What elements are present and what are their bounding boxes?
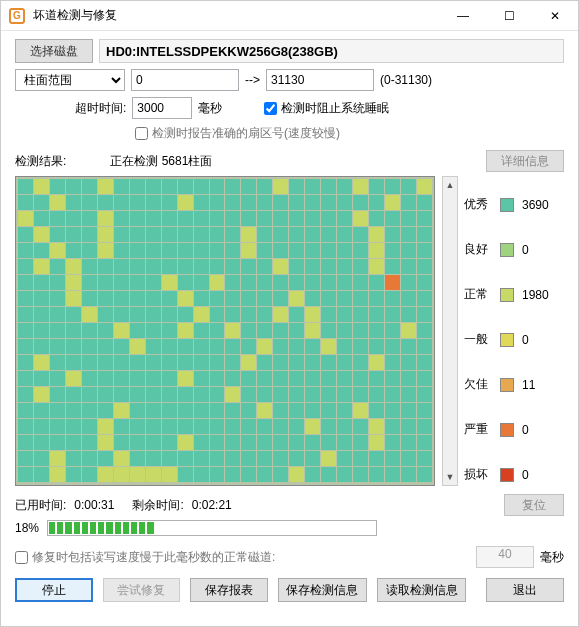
grid-cell xyxy=(417,291,432,306)
grid-cell xyxy=(82,403,97,418)
grid-cell xyxy=(417,435,432,450)
grid-cell xyxy=(162,259,177,274)
grid-cell xyxy=(34,211,49,226)
grid-cell xyxy=(369,195,384,210)
sleep-checkbox[interactable] xyxy=(264,102,277,115)
stop-button[interactable]: 停止 xyxy=(15,578,93,602)
legend-swatch xyxy=(500,288,514,302)
grid-cell xyxy=(385,403,400,418)
grid-cell xyxy=(162,355,177,370)
grid-cell xyxy=(210,371,225,386)
load-info-button[interactable]: 读取检测信息 xyxy=(377,578,466,602)
grid-cell xyxy=(34,467,49,482)
grid-cell xyxy=(353,195,368,210)
grid-cell xyxy=(401,323,416,338)
range-mode-select[interactable]: 柱面范围 xyxy=(15,69,125,91)
grid-cell xyxy=(178,227,193,242)
grid-cell xyxy=(241,179,256,194)
reset-button[interactable]: 复位 xyxy=(504,494,564,516)
grid-cell xyxy=(210,211,225,226)
maximize-button[interactable]: ☐ xyxy=(486,1,532,31)
grid-cell xyxy=(225,275,240,290)
grid-cell xyxy=(385,387,400,402)
minimize-button[interactable]: — xyxy=(440,1,486,31)
grid-cell xyxy=(114,403,129,418)
grid-cell xyxy=(241,339,256,354)
grid-cell xyxy=(114,291,129,306)
grid-cell xyxy=(257,387,272,402)
grid-cell xyxy=(321,355,336,370)
grid-cell xyxy=(401,451,416,466)
grid-cell xyxy=(257,323,272,338)
grid-cell xyxy=(130,275,145,290)
grid-cell xyxy=(178,355,193,370)
grid-cell xyxy=(162,339,177,354)
grid-cell xyxy=(82,291,97,306)
grid-cell xyxy=(305,467,320,482)
grid-cell xyxy=(34,227,49,242)
grid-cell xyxy=(321,211,336,226)
repair-checkbox-row[interactable]: 修复时包括读写速度慢于此毫秒数的正常磁道: xyxy=(15,549,275,566)
accurate-checkbox[interactable] xyxy=(135,127,148,140)
grid-cell xyxy=(369,387,384,402)
grid-cell xyxy=(385,323,400,338)
try-repair-button[interactable]: 尝试修复 xyxy=(103,578,181,602)
grid-cell xyxy=(257,451,272,466)
save-info-button[interactable]: 保存检测信息 xyxy=(278,578,367,602)
grid-cell xyxy=(401,419,416,434)
grid-cell xyxy=(337,467,352,482)
grid-cell xyxy=(385,371,400,386)
grid-cell xyxy=(305,195,320,210)
grid-cell xyxy=(289,435,304,450)
elapsed-value: 0:00:31 xyxy=(74,498,114,512)
grid-cell xyxy=(210,243,225,258)
grid-cell xyxy=(66,291,81,306)
grid-cell xyxy=(337,371,352,386)
grid-cell xyxy=(162,387,177,402)
grid-cell xyxy=(337,339,352,354)
grid-cell xyxy=(50,227,65,242)
grid-cell xyxy=(50,387,65,402)
repair-ms-input[interactable]: 40 xyxy=(476,546,534,568)
grid-cell xyxy=(34,291,49,306)
grid-cell xyxy=(162,371,177,386)
grid-cell xyxy=(401,339,416,354)
grid-cell xyxy=(337,227,352,242)
save-report-button[interactable]: 保存报表 xyxy=(190,578,268,602)
repair-checkbox[interactable] xyxy=(15,551,28,564)
grid-cell xyxy=(241,195,256,210)
exit-button[interactable]: 退出 xyxy=(486,578,564,602)
grid-cell xyxy=(34,403,49,418)
grid-cell xyxy=(273,179,288,194)
grid-cell xyxy=(82,451,97,466)
range-from-input[interactable] xyxy=(131,69,239,91)
grid-cell xyxy=(66,467,81,482)
grid-cell xyxy=(385,275,400,290)
grid-cell xyxy=(369,403,384,418)
grid-cell xyxy=(18,419,33,434)
grid-cell xyxy=(34,339,49,354)
scroll-up-icon[interactable]: ▲ xyxy=(443,177,457,193)
detail-button[interactable]: 详细信息 xyxy=(486,150,564,172)
grid-cell xyxy=(114,371,129,386)
grid-cell xyxy=(98,243,113,258)
grid-scrollbar[interactable]: ▲ ▼ xyxy=(442,176,458,486)
grid-cell xyxy=(194,403,209,418)
sleep-checkbox-row[interactable]: 检测时阻止系统睡眠 xyxy=(264,100,389,117)
grid-cell xyxy=(321,435,336,450)
select-disk-button[interactable]: 选择磁盘 xyxy=(15,39,93,63)
grid-cell xyxy=(353,451,368,466)
grid-cell xyxy=(321,371,336,386)
timeout-input[interactable] xyxy=(132,97,192,119)
grid-cell xyxy=(321,467,336,482)
grid-cell xyxy=(241,291,256,306)
legend-label: 正常 xyxy=(464,286,492,303)
close-button[interactable]: ✕ xyxy=(532,1,578,31)
grid-cell xyxy=(114,227,129,242)
grid-cell xyxy=(273,195,288,210)
grid-cell xyxy=(417,419,432,434)
grid-cell xyxy=(241,275,256,290)
scroll-down-icon[interactable]: ▼ xyxy=(443,469,457,485)
accurate-checkbox-row[interactable]: 检测时报告准确的扇区号(速度较慢) xyxy=(135,125,340,142)
range-to-input[interactable] xyxy=(266,69,374,91)
